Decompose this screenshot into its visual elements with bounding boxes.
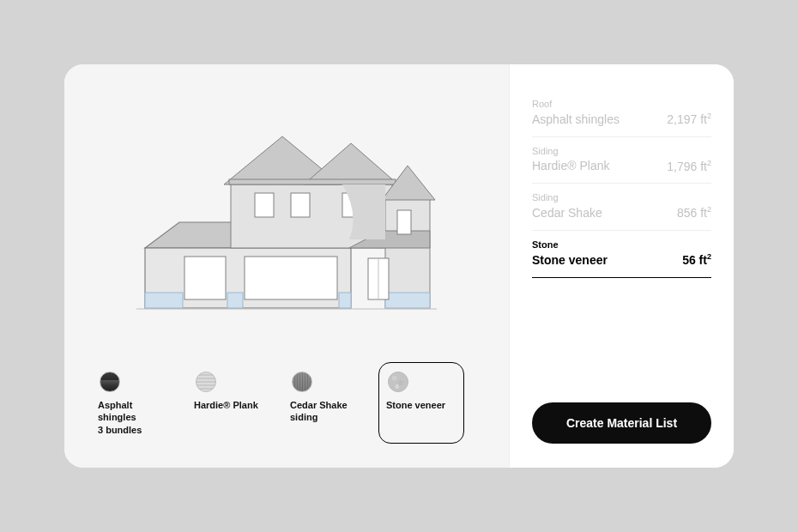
swatch-hardie-plank[interactable]: Hardie® Plank	[186, 362, 272, 444]
material-name: Stone veneer	[532, 253, 608, 267]
material-name: Asphalt shingles	[532, 112, 620, 126]
swatch-label: Stone veneer	[386, 399, 456, 411]
svg-rect-2	[145, 293, 183, 308]
material-area: 1,796 ft2	[667, 159, 711, 173]
svg-marker-9	[304, 143, 398, 184]
svg-rect-6	[245, 257, 337, 299]
swatch-sub: siding	[290, 411, 360, 423]
material-area: 56 ft2	[682, 252, 711, 267]
swatch-row: Asphalt shingles 3 bundles Hardie® Plank…	[90, 362, 483, 444]
cedar-shake-icon	[292, 372, 312, 392]
swatch-label: Cedar Shake	[290, 399, 360, 411]
svg-rect-13	[385, 293, 430, 308]
swatch-sub: 3 bundles	[98, 424, 168, 436]
material-category: Siding	[532, 146, 711, 156]
material-category: Roof	[532, 99, 711, 109]
house-illustration	[128, 111, 445, 334]
swatch-label: Asphalt shingles	[98, 399, 168, 424]
swatch-label: Hardie® Plank	[194, 399, 264, 411]
svg-rect-10	[229, 179, 396, 184]
materials-panel: Roof Asphalt shingles 2,197 ft2 Siding H…	[509, 64, 734, 468]
hardie-plank-icon	[196, 372, 216, 392]
material-category: Siding	[532, 192, 711, 203]
asphalt-shingles-icon	[100, 372, 120, 392]
svg-rect-5	[184, 257, 226, 299]
svg-rect-17	[255, 193, 274, 217]
house-illustration-wrap	[90, 90, 483, 354]
swatch-stone-veneer[interactable]: Stone veneer	[378, 362, 464, 444]
create-material-list-button[interactable]: Create Material List	[532, 402, 711, 444]
swatch-cedar-shake[interactable]: Cedar Shake siding	[282, 362, 368, 444]
material-area: 2,197 ft2	[667, 112, 711, 126]
app-card: Asphalt shingles 3 bundles Hardie® Plank…	[64, 64, 734, 468]
svg-rect-3	[227, 293, 243, 308]
material-name: Cedar Shake	[532, 206, 602, 220]
swatch-asphalt-shingles[interactable]: Asphalt shingles 3 bundles	[90, 362, 176, 444]
svg-rect-20	[397, 210, 411, 234]
left-panel: Asphalt shingles 3 bundles Hardie® Plank…	[64, 64, 509, 468]
material-row-siding-hardie[interactable]: Siding Hardie® Plank 1,796 ft2	[532, 137, 711, 184]
material-row-siding-cedar[interactable]: Siding Cedar Shake 856 ft2	[532, 184, 711, 231]
material-name: Hardie® Plank	[532, 159, 609, 172]
stone-veneer-icon	[388, 372, 408, 392]
svg-rect-18	[291, 193, 310, 217]
spacer	[532, 278, 711, 387]
material-category: Stone	[532, 239, 711, 250]
material-row-roof[interactable]: Roof Asphalt shingles 2,197 ft2	[532, 90, 711, 137]
svg-rect-4	[339, 293, 351, 308]
material-area: 856 ft2	[677, 205, 711, 220]
material-row-stone[interactable]: Stone Stone veneer 56 ft2	[532, 231, 711, 278]
